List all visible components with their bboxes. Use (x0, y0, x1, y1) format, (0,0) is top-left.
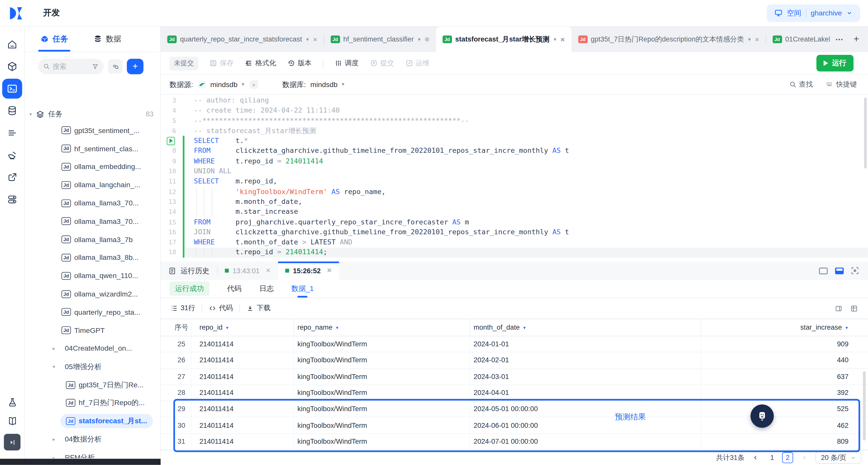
tree-root[interactable]: ▾任务83 (25, 107, 160, 121)
tree-item[interactable]: Jdollama_llama3_8b... (25, 248, 160, 267)
editor-tab[interactable]: Jdgpt35t_7日热门Repo的description的文本情感分类▼× (571, 27, 766, 52)
table-row[interactable]: 31214011414kingToolbox/WindTerm2024-07-0… (161, 434, 868, 450)
next-page-button[interactable] (799, 452, 810, 463)
new-tab-button[interactable]: + (854, 34, 859, 45)
ops-button[interactable]: 运维 (405, 58, 429, 68)
rail-item-monitor[interactable] (2, 145, 22, 165)
format-button[interactable]: 格式化 (245, 58, 276, 68)
caret-down-icon[interactable]: ▾ (53, 364, 59, 369)
column-header-month_of_date[interactable]: month_of_date▼ (470, 319, 701, 336)
table-row[interactable]: 26214011414kingToolbox/WindTerm2024-02-0… (161, 352, 868, 369)
editor-scrollbar[interactable] (864, 97, 867, 168)
prev-page-button[interactable] (750, 452, 761, 463)
list-search-button[interactable] (108, 59, 122, 73)
page-button-2[interactable]: 2 (782, 452, 794, 463)
tree-folder[interactable]: ▸04CreateModel_on... (25, 340, 160, 358)
panel-split-icon[interactable] (835, 267, 844, 275)
schedule-button[interactable]: 调度 (334, 58, 359, 68)
close-icon[interactable]: × (560, 35, 565, 43)
datasource-select[interactable]: mindsdb ▼ (210, 81, 245, 89)
add-datasource-button[interactable]: + (250, 81, 258, 89)
rail-item-cube[interactable] (2, 56, 22, 76)
view-code-button[interactable]: 代码 (209, 304, 233, 313)
page-size-select[interactable]: 20 条/页 (815, 452, 861, 464)
sort-icon[interactable]: ▼ (845, 326, 848, 330)
close-icon[interactable]: ✕ (266, 267, 271, 274)
version-button[interactable]: 版本 (287, 58, 312, 68)
save-button[interactable]: 保存 (209, 58, 234, 68)
sort-icon[interactable]: ▼ (523, 326, 526, 330)
table-row[interactable]: 25214011414kingToolbox/WindTerm2024-01-0… (161, 336, 868, 352)
sort-icon[interactable]: ▼ (335, 326, 339, 330)
tree-item[interactable]: Jdquarterly_repo_sta... (25, 303, 160, 321)
sidebar-tab-数据[interactable]: 数据 (94, 27, 121, 52)
tree-item[interactable]: Jdgpt35t_sentiment_... (25, 121, 160, 140)
fullscreen-icon[interactable] (851, 267, 859, 275)
caret-down-icon[interactable]: ▾ (29, 111, 36, 117)
caret-down-icon[interactable]: ▼ (747, 37, 751, 42)
editor-tab[interactable]: Jdstatsforecast_月star增长预测▼× (436, 27, 571, 52)
editor-tab[interactable]: Jd01CreateLakehous (766, 27, 830, 52)
editor-tab[interactable]: Jdhf_sentiment_classifier▼ (324, 27, 436, 52)
rail-item-share[interactable] (2, 167, 22, 187)
run-tab[interactable]: 15:26:52✕ (278, 261, 339, 280)
rail-item-list[interactable] (2, 123, 22, 143)
workspace-selector[interactable]: 空间 gharchive (766, 4, 860, 22)
rail-item-flask[interactable] (7, 397, 18, 410)
rail-item-home[interactable] (2, 34, 22, 54)
tree-folder[interactable]: ▸04数据分析 (25, 430, 160, 448)
column-header-repo_id[interactable]: repo_id▼ (192, 319, 294, 336)
search-input[interactable] (53, 62, 86, 70)
assistant-robot-button[interactable] (750, 405, 774, 428)
submit-button[interactable]: 提交 (370, 58, 394, 68)
add-task-button[interactable]: + (127, 59, 144, 74)
caret-right-icon[interactable]: ▸ (53, 437, 59, 442)
sql-editor[interactable]: -- author: qiliang-- create time: 2024-0… (161, 95, 868, 264)
table-row[interactable]: 27214011414kingToolbox/WindTerm2024-03-0… (161, 369, 868, 385)
page-button-1[interactable]: 1 (767, 452, 778, 463)
rail-item-book[interactable] (7, 416, 18, 428)
subtab-数据_1[interactable]: 数据_1 (291, 280, 314, 298)
tree-item[interactable]: Jdgpt35t_7日热门Re... (25, 376, 160, 394)
caret-right-icon[interactable]: ▸ (53, 455, 59, 458)
close-icon[interactable]: ✕ (327, 267, 332, 274)
rail-item-server[interactable] (2, 189, 22, 210)
more-tabs-button[interactable]: ⋯ (835, 35, 844, 44)
sidebar-tab-任务[interactable]: 任务 (40, 27, 68, 52)
filter-funnel-icon[interactable] (92, 63, 99, 70)
tree-item[interactable]: Jdhf_sentiment_clas... (25, 140, 160, 158)
tree-item[interactable]: Jdollama_llama3_70... (25, 194, 160, 212)
panel-maximize-icon[interactable] (819, 267, 828, 275)
tree-item[interactable]: JdTimeGPT (25, 321, 160, 340)
rail-item-terminal[interactable] (2, 79, 22, 99)
caret-down-icon[interactable]: ▼ (305, 37, 310, 42)
find-button[interactable]: 查找 (789, 80, 813, 89)
tree-item[interactable]: Jdollama_llama3_7b (25, 230, 160, 249)
tree-item[interactable]: Jdollama_embedding... (25, 158, 160, 176)
caret-down-icon[interactable]: ▼ (553, 37, 557, 42)
column-header-star_increase[interactable]: star_increase▼ (701, 319, 857, 336)
rail-item-database[interactable] (2, 101, 22, 121)
database-select[interactable]: mindsdb ▼ (310, 81, 345, 89)
side-panel-icon[interactable] (835, 304, 842, 312)
subtab-代码[interactable]: 代码 (227, 280, 242, 298)
search-box[interactable] (38, 59, 103, 74)
run-button[interactable]: 运行 (816, 55, 854, 71)
shortcut-button[interactable]: 快捷键 (825, 80, 857, 89)
caret-right-icon[interactable]: ▸ (53, 346, 59, 351)
grid-view-icon[interactable] (850, 304, 858, 312)
table-row[interactable]: 28214011414kingToolbox/WindTerm2024-04-0… (161, 385, 868, 401)
close-icon[interactable]: × (313, 35, 317, 43)
tree-item[interactable]: Jdstatsforecast_月st... (25, 412, 160, 430)
tree-item[interactable]: Jdhf_7日热门Repo的... (25, 394, 160, 412)
tree-item[interactable]: Jdollama_qwen_110... (25, 267, 160, 285)
tree-folder[interactable]: ▸RFM分析 (25, 448, 160, 458)
sidebar-collapse-button[interactable] (4, 434, 21, 451)
download-button[interactable]: 下载 (247, 304, 270, 313)
close-icon[interactable]: × (755, 35, 759, 43)
tree-item[interactable]: Jdollama_llama3_70... (25, 212, 160, 230)
subtab-日志[interactable]: 日志 (259, 280, 274, 298)
table-scrollbar[interactable] (863, 371, 866, 440)
tree-item[interactable]: Jdollama_langchain_... (25, 176, 160, 194)
tree-item[interactable]: Jdollama_wizardlm2... (25, 285, 160, 303)
